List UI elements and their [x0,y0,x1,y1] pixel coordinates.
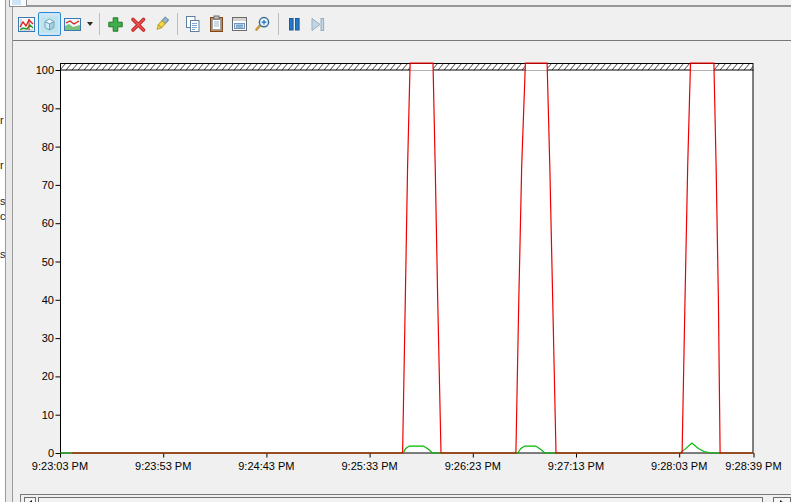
chart-line-icon [17,15,36,34]
copy-icon [184,15,203,34]
spike-gap [691,64,714,70]
y-axis-label: 0 [14,447,54,460]
cutoff-toolbar-icon [9,0,27,7]
copy-properties-button[interactable] [182,12,205,36]
pause-icon [285,15,304,34]
y-axis-label: 100 [14,64,54,77]
chart-canvas[interactable] [0,41,791,502]
horizontal-scrollbar[interactable] [20,494,791,502]
x-axis-label: 9:25:33 PM [324,460,416,473]
scroll-right-button[interactable] [773,497,791,502]
y-axis-label: 90 [14,102,54,115]
toolbar-separator [99,13,100,35]
toolbar-separator [177,13,178,35]
change-graph-type-dropdown-button[interactable] [84,12,95,36]
x-axis-label: 9:24:43 PM [220,460,312,473]
chart-area[interactable]: 10090807060504030201009:23:03 PM9:23:53 … [0,41,791,494]
y-axis-label: 10 [14,409,54,422]
add-counter-button[interactable] [104,12,127,36]
scroll-left-button[interactable] [24,497,36,502]
y-axis-label: 30 [14,332,54,345]
view-current-activity-button[interactable] [15,12,38,36]
change-graph-type-button[interactable] [61,12,84,36]
x-axis-label: 9:23:53 PM [117,460,209,473]
highlighter-icon [152,15,171,34]
performance-monitor-window: rrscs [0,0,791,502]
clipboard-icon [207,15,226,34]
toolbar-top-divider [13,5,791,7]
y-axis-label: 20 [14,370,54,383]
scrollbar-thumb[interactable] [38,497,763,502]
y-axis-label: 80 [14,141,54,154]
cube-icon [40,15,59,34]
spike-gap [410,64,433,70]
properties-button[interactable] [228,12,251,36]
properties-icon [230,15,249,34]
red-x-icon [129,15,148,34]
y-axis-label: 70 [14,179,54,192]
plot-area[interactable] [60,63,754,453]
plus-icon [106,15,125,34]
x-axis-label: 9:27:13 PM [530,460,622,473]
paste-counter-list-button[interactable] [205,12,228,36]
freeze-display-button[interactable] [283,12,306,36]
perfmon-toolbar [13,8,791,40]
magnifier-icon [253,15,272,34]
ceiling-hatch-band [61,64,754,71]
update-data-button[interactable] [306,12,329,36]
spike-gap [525,64,547,70]
highlight-button[interactable] [150,12,173,36]
chevron-down-icon [87,22,93,26]
y-axis-label: 50 [14,256,54,269]
x-axis-label: 9:26:23 PM [427,460,519,473]
y-axis-label: 60 [14,217,54,230]
delete-counter-button[interactable] [127,12,150,36]
toolbar-separator [278,13,279,35]
view-log-data-button[interactable] [38,12,61,36]
x-axis-label: 9:23:03 PM [14,460,106,473]
x-axis-label: 9:28:39 PM [708,460,791,473]
y-axis-label: 40 [14,294,54,307]
step-forward-icon [308,15,327,34]
zoom-button[interactable] [251,12,274,36]
graph-image-icon [63,15,82,34]
